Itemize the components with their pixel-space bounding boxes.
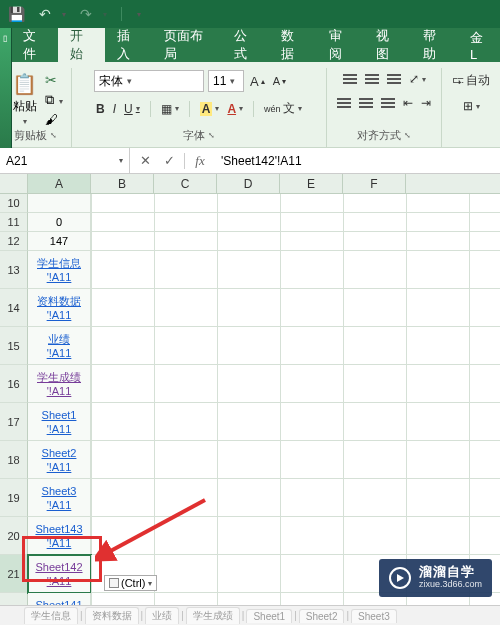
sheet-tab[interactable]: Sheet1 <box>246 609 292 623</box>
cell[interactable]: 学生信息'!A11 <box>28 251 91 289</box>
cancel-icon[interactable]: ✕ <box>136 153 154 168</box>
row-header[interactable]: 12 <box>0 232 28 251</box>
fill-color-button[interactable]: A▾ <box>198 100 222 118</box>
undo-icon[interactable]: ↶ <box>39 6 51 22</box>
cell[interactable]: Sheet143'!A11 <box>28 517 91 555</box>
menu-file[interactable]: 文件 <box>11 28 58 62</box>
font-name-combo[interactable]: 宋体▾ <box>94 70 204 92</box>
menu-help[interactable]: 帮助 <box>411 28 458 62</box>
qat-more[interactable]: ▾ <box>136 10 141 19</box>
indent-dec-icon[interactable]: ⇤ <box>401 94 415 112</box>
row-header[interactable]: 11 <box>0 213 28 232</box>
menu-view[interactable]: 视图 <box>364 28 411 62</box>
cell-empty[interactable] <box>91 441 500 479</box>
enter-icon[interactable]: ✓ <box>160 153 178 168</box>
copy-icon[interactable]: ⧉ ▾ <box>45 92 63 108</box>
grow-font-icon[interactable]: A▴ <box>248 72 267 91</box>
cell[interactable]: 147 <box>28 232 91 251</box>
cell[interactable]: 资料数据'!A11 <box>28 289 91 327</box>
align-top-icon[interactable] <box>341 71 359 87</box>
cut-icon[interactable]: ✂ <box>45 72 63 88</box>
indent-inc-icon[interactable]: ⇥ <box>419 94 433 112</box>
row-header[interactable]: 18 <box>0 441 28 479</box>
sheet-tab[interactable]: 资料数据 <box>85 607 139 624</box>
border-button[interactable]: ▦▾ <box>159 100 181 118</box>
italic-button[interactable]: I <box>111 100 118 118</box>
cell-empty[interactable] <box>91 327 500 365</box>
cell-empty[interactable] <box>91 403 500 441</box>
cell[interactable]: Sheet142'!A11 <box>28 555 91 593</box>
undo-more[interactable]: ▾ <box>61 10 66 19</box>
sheet-tab[interactable]: Sheet3 <box>351 609 397 623</box>
cell-empty[interactable] <box>91 194 500 213</box>
menu-layout[interactable]: 页面布局 <box>152 28 222 62</box>
wrap-text-button[interactable]: ⮓ 自动 <box>450 70 492 91</box>
col-D[interactable]: D <box>217 174 280 194</box>
cell[interactable]: Sheet2'!A11 <box>28 441 91 479</box>
menu-extra[interactable]: 金L <box>458 28 500 62</box>
bold-button[interactable]: B <box>94 100 107 118</box>
menu-data[interactable]: 数据 <box>269 28 316 62</box>
redo-more: ▾ <box>102 10 107 19</box>
font-size-combo[interactable]: 11▾ <box>208 70 244 92</box>
col-A[interactable]: A <box>28 174 91 194</box>
menu-review[interactable]: 审阅 <box>317 28 364 62</box>
sheet-tab[interactable]: 学生信息 <box>24 607 78 624</box>
underline-button[interactable]: U▾ <box>122 100 142 118</box>
shrink-font-icon[interactable]: A▾ <box>271 73 288 89</box>
format-painter-icon[interactable]: 🖌 <box>45 112 63 127</box>
cell-empty[interactable] <box>91 479 500 517</box>
align-right-icon[interactable] <box>379 95 397 111</box>
row-header[interactable]: 14 <box>0 289 28 327</box>
cell-empty[interactable] <box>91 365 500 403</box>
formula-input[interactable]: 'Sheet142'!A11 <box>215 154 494 168</box>
align-mid-icon[interactable] <box>363 71 381 87</box>
menu-home[interactable]: 开始 <box>58 28 105 62</box>
spreadsheet[interactable]: A B C D E F 10111213141516171819202122 0… <box>0 174 500 605</box>
merge-button[interactable]: ⊞ ▾ <box>461 97 482 115</box>
row-header[interactable]: 10 <box>0 194 28 213</box>
font-color-button[interactable]: A▾ <box>225 100 245 118</box>
menubar: 文件 开始 插入 页面布局 公式 数据 审阅 视图 帮助 金L <box>0 28 500 62</box>
row-header[interactable]: 13 <box>0 251 28 289</box>
cell[interactable]: Sheet1'!A11 <box>28 403 91 441</box>
align-center-icon[interactable] <box>357 95 375 111</box>
col-C[interactable]: C <box>154 174 217 194</box>
cell-empty[interactable] <box>91 213 500 232</box>
row-header[interactable]: 21 <box>0 555 28 593</box>
row-header[interactable]: 19 <box>0 479 28 517</box>
fx-icon[interactable]: fx <box>191 153 209 169</box>
paste-options-popup[interactable]: (Ctrl) ▾ <box>104 575 157 591</box>
phonetic-button[interactable]: wén文▾ <box>262 98 304 119</box>
cell[interactable]: 业绩'!A11 <box>28 327 91 365</box>
cell-empty[interactable] <box>91 251 500 289</box>
align-left-icon[interactable] <box>335 95 353 111</box>
sheet-tab[interactable]: 业绩 <box>145 607 179 624</box>
row-header[interactable]: 20 <box>0 517 28 555</box>
sheet-tabs[interactable]: 学生信息 | 资料数据 | 业绩 | 学生成绩 | Sheet1 | Sheet… <box>0 605 500 625</box>
sheet-tab[interactable]: 学生成绩 <box>186 607 240 624</box>
cell-empty[interactable] <box>91 289 500 327</box>
cell[interactable]: 学生成绩'!A11 <box>28 365 91 403</box>
cell[interactable] <box>28 194 91 213</box>
col-F[interactable]: F <box>343 174 406 194</box>
sheet-tab[interactable]: Sheet2 <box>299 609 345 623</box>
col-E[interactable]: E <box>280 174 343 194</box>
orientation-icon[interactable]: ⤢▾ <box>407 70 428 88</box>
menu-insert[interactable]: 插入 <box>105 28 152 62</box>
paste-button[interactable]: 📋 粘贴 ▾ <box>8 70 41 128</box>
name-box[interactable]: A21▾ <box>0 148 130 174</box>
cell-empty[interactable] <box>91 517 500 555</box>
row-header[interactable]: 17 <box>0 403 28 441</box>
paste-icon: 📋 <box>12 72 37 96</box>
cell-empty[interactable] <box>91 232 500 251</box>
row-header[interactable]: 16 <box>0 365 28 403</box>
row-header[interactable]: 15 <box>0 327 28 365</box>
save-icon[interactable]: 💾 <box>8 6 25 22</box>
vertical-addon-bar[interactable]: ▯ <box>0 28 12 148</box>
menu-formula[interactable]: 公式 <box>222 28 269 62</box>
cell[interactable]: 0 <box>28 213 91 232</box>
align-bot-icon[interactable] <box>385 71 403 87</box>
col-B[interactable]: B <box>91 174 154 194</box>
cell[interactable]: Sheet3'!A11 <box>28 479 91 517</box>
